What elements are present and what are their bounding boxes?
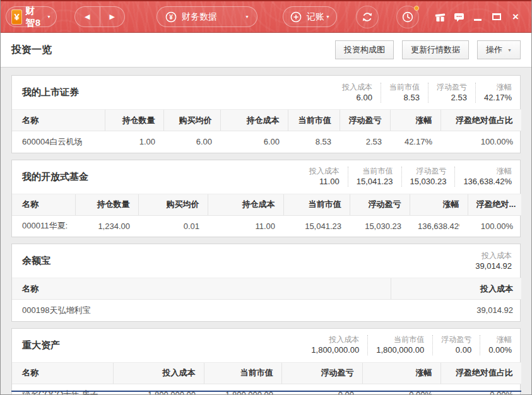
column-header: 名称 bbox=[12, 278, 391, 300]
holding-row[interactable]: 000011华夏:1,234.000.0111.0015,041.2315,03… bbox=[12, 215, 521, 237]
holdings-table: 名称持仓数量购买均价持仓成本当前市值浮动盈亏涨幅浮盈绝对...000011华夏:… bbox=[12, 194, 521, 237]
holding-value-cell: 1,800,000.00 bbox=[204, 384, 281, 395]
stat-label: 涨幅 bbox=[463, 167, 512, 176]
chevron-down-icon: ▼ bbox=[47, 15, 51, 19]
summary-stat: 投入成本11.00 bbox=[301, 167, 340, 187]
gift-icon bbox=[434, 11, 446, 23]
svg-text:¥: ¥ bbox=[169, 13, 173, 20]
titlebar: ¥ 财智8 ▼ ◀ ▶ ¥ 财务数据 ▼ 记账 ▼ bbox=[1, 0, 531, 33]
finance-data-icon: ¥ bbox=[165, 11, 177, 23]
nav-back-button[interactable]: ◀ bbox=[75, 7, 100, 27]
window-bottom-edge bbox=[11, 391, 521, 392]
actions-label: 操作 bbox=[486, 44, 502, 56]
stat-value: 2.53 bbox=[437, 92, 467, 103]
stat-value: 11.00 bbox=[309, 176, 340, 187]
module-dropdown[interactable]: ¥ 财务数据 ▼ bbox=[157, 6, 257, 27]
holding-value-cell: 0.00 bbox=[281, 384, 362, 395]
actions-dropdown-button[interactable]: 操作 ▼ bbox=[477, 40, 521, 59]
holding-value-cell: 0.00% bbox=[362, 384, 440, 395]
composition-chart-button[interactable]: 投资构成图 bbox=[335, 40, 394, 59]
page-header: 投资一览 投资构成图 更新行情数据 操作 ▼ bbox=[1, 33, 531, 68]
app-title: 财智8 bbox=[25, 5, 44, 29]
stat-label: 浮动盈亏 bbox=[441, 335, 471, 345]
maximize-button[interactable] bbox=[490, 11, 503, 23]
close-button[interactable]: × bbox=[509, 11, 522, 23]
holding-name-cell: 绿乡COCO十年 房子 bbox=[12, 384, 113, 395]
investment-section: 重大资产投入成本1,800,000.00当前市值1,800,000.00浮动盈亏… bbox=[11, 328, 521, 395]
stat-label: 当前市值 bbox=[389, 83, 420, 92]
minimize-button[interactable] bbox=[471, 11, 484, 23]
stat-value: 0.00 bbox=[441, 345, 471, 355]
nav-forward-button[interactable]: ▶ bbox=[100, 7, 125, 27]
notification-dot bbox=[414, 6, 419, 11]
minimize-icon bbox=[474, 19, 482, 21]
refresh-button[interactable] bbox=[356, 6, 379, 28]
holding-name-cell: 000011华夏: bbox=[12, 215, 75, 237]
column-header: 涨幅 bbox=[390, 110, 440, 131]
refresh-icon bbox=[361, 11, 374, 23]
stat-value: 8.53 bbox=[389, 92, 420, 103]
column-header: 浮盈绝对值占比 bbox=[440, 362, 521, 384]
stat-value: 42.17% bbox=[484, 92, 512, 103]
holding-row[interactable]: 600004白云机场1.006.006.008.532.5342.17%100.… bbox=[12, 131, 521, 153]
app-menu-button[interactable]: ¥ 财智8 ▼ bbox=[6, 6, 57, 27]
holding-value-cell: 15,030.23 bbox=[350, 215, 410, 237]
investment-section: 我的上市证券投入成本6.00当前市值8.53浮动盈亏2.53涨幅42.17%名称… bbox=[11, 75, 521, 153]
stat-label: 投入成本 bbox=[311, 335, 359, 345]
stat-label: 投入成本 bbox=[309, 167, 340, 176]
stat-label: 投入成本 bbox=[475, 251, 512, 261]
stat-value: 1,800,000.00 bbox=[376, 345, 424, 355]
summary-stat: 投入成本6.00 bbox=[334, 83, 372, 103]
plus-circle-icon bbox=[290, 11, 302, 23]
stat-value: 6.00 bbox=[342, 92, 372, 103]
chevron-down-icon: ▼ bbox=[507, 48, 512, 52]
holding-row[interactable]: 000198天弘增利宝39,014.92 bbox=[12, 300, 521, 321]
gift-button[interactable] bbox=[434, 11, 446, 23]
section-header: 我的开放式基金投入成本11.00当前市值15,041.23浮动盈亏15,030.… bbox=[12, 160, 520, 194]
stat-label: 当前市值 bbox=[376, 335, 424, 345]
history-button[interactable] bbox=[396, 6, 419, 28]
holding-value-cell: 2.53 bbox=[340, 131, 390, 153]
stat-label: 涨幅 bbox=[488, 335, 512, 345]
maximize-icon bbox=[492, 13, 501, 20]
holding-value-cell: 39,014.92 bbox=[391, 300, 521, 321]
chevron-down-icon: ▼ bbox=[245, 15, 249, 19]
add-record-label: 记账 bbox=[307, 11, 324, 23]
holding-value-cell: 0.00% bbox=[440, 384, 521, 395]
feedback-button[interactable] bbox=[452, 11, 465, 23]
stat-value: 15,030.23 bbox=[410, 176, 447, 187]
summary-stat: 浮动盈亏0.00 bbox=[432, 335, 471, 355]
summary-stat: 投入成本1,800,000.00 bbox=[303, 335, 359, 355]
update-quotes-button[interactable]: 更新行情数据 bbox=[402, 40, 469, 59]
add-record-button[interactable]: 记账 ▼ bbox=[283, 6, 337, 27]
section-header: 重大资产投入成本1,800,000.00当前市值1,800,000.00浮动盈亏… bbox=[12, 329, 520, 362]
column-header: 持仓数量 bbox=[105, 110, 163, 131]
column-header: 浮动盈亏 bbox=[350, 194, 410, 215]
column-header: 购买均价 bbox=[163, 110, 220, 131]
section-title: 余额宝 bbox=[22, 255, 50, 267]
page-title: 投资一览 bbox=[11, 44, 327, 57]
column-header: 当前市值 bbox=[204, 362, 281, 384]
holding-value-cell: 8.53 bbox=[288, 131, 340, 153]
holdings-table: 名称持仓数量购买均价持仓成本当前市值浮动盈亏涨幅浮盈绝对值占比600004白云机… bbox=[12, 109, 521, 153]
holding-value-cell: 1.00 bbox=[105, 131, 163, 153]
summary-stat: 浮动盈亏2.53 bbox=[428, 83, 467, 103]
holding-value-cell: 11.00 bbox=[208, 215, 283, 237]
nav-arrows: ◀ ▶ bbox=[74, 6, 125, 27]
holding-value-cell: 1,234.00 bbox=[75, 215, 138, 237]
column-header: 持仓成本 bbox=[220, 110, 288, 131]
stat-value: 15,041.23 bbox=[357, 176, 393, 187]
column-header: 持仓成本 bbox=[208, 194, 283, 215]
stat-label: 浮动盈亏 bbox=[410, 167, 447, 176]
holding-value-cell: 100.00% bbox=[468, 215, 521, 237]
summary-stat: 当前市值15,041.23 bbox=[348, 167, 393, 187]
summary-stat: 当前市值8.53 bbox=[381, 83, 420, 103]
column-header: 购买均价 bbox=[138, 194, 208, 215]
section-title: 我的开放式基金 bbox=[22, 171, 88, 183]
holding-row[interactable]: 绿乡COCO十年 房子1,800,000.001,800,000.000.000… bbox=[12, 384, 521, 395]
holding-value-cell: 1,800,000.00 bbox=[113, 384, 204, 395]
investment-section: 余额宝投入成本39,014.92名称投入成本000198天弘增利宝39,014.… bbox=[11, 244, 521, 322]
stat-value: 136,638.42% bbox=[463, 176, 512, 187]
stat-value: 1,800,000.00 bbox=[311, 345, 359, 355]
stat-value: 39,014.92 bbox=[475, 261, 512, 271]
